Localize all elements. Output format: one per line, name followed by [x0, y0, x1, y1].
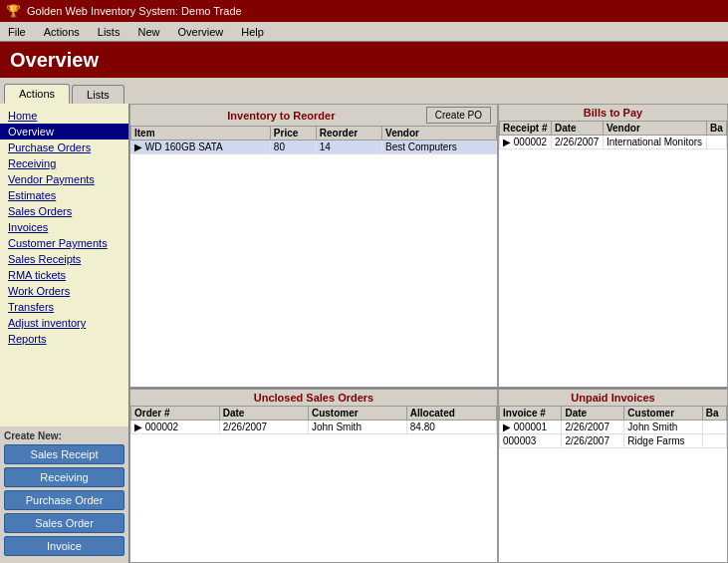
inventory-row-vendor: Best Computers: [382, 141, 497, 154]
nav-invoices[interactable]: Invoices: [0, 219, 128, 235]
bills-row-receipt: ▶ 000002: [500, 136, 552, 149]
create-new-section: Create New: Sales Receipt Receiving Purc…: [0, 426, 128, 563]
app-icon: 🏆: [6, 4, 21, 18]
create-po-button[interactable]: Create PO: [426, 107, 491, 124]
nav-reports[interactable]: Reports: [0, 331, 128, 347]
inv-row-ba-2: [702, 434, 726, 448]
inv-col-date: Date: [562, 407, 624, 421]
nav-home[interactable]: Home: [0, 108, 128, 124]
sales-orders-panel: Unclosed Sales Orders Order # Date Custo…: [129, 389, 498, 563]
bills-table: Receipt # Date Vendor Ba ▶ 000002 2/26/2…: [499, 121, 727, 149]
inv-row-customer-2: Ridge Farms: [624, 434, 702, 448]
unpaid-invoices-panel-header: Unpaid Invoices: [499, 390, 727, 406]
bills-panel-title: Bills to Pay: [505, 107, 721, 119]
nav-rma-tickets[interactable]: RMA tickets: [0, 267, 128, 283]
create-sales-order-button[interactable]: Sales Order: [4, 513, 124, 533]
unpaid-invoices-table: Invoice # Date Customer Ba ▶ 000001 2/26…: [499, 406, 727, 448]
so-col-order: Order #: [131, 407, 220, 421]
so-row-allocated: 84.80: [406, 421, 496, 434]
table-row[interactable]: ▶ 000002 2/26/2007 John Smith 84.80: [131, 421, 497, 434]
bottom-panels: Unclosed Sales Orders Order # Date Custo…: [129, 389, 728, 563]
row-arrow: ▶ WD 160GB SATA: [131, 141, 271, 154]
menu-actions[interactable]: Actions: [40, 25, 84, 39]
bills-row-date: 2/26/2007: [551, 136, 603, 149]
menu-lists[interactable]: Lists: [94, 25, 124, 39]
tab-actions[interactable]: Actions: [4, 84, 70, 104]
inventory-col-vendor: Vendor: [382, 127, 497, 141]
nav-work-orders[interactable]: Work Orders: [0, 283, 128, 299]
bills-row-ba: [707, 136, 727, 149]
inventory-row-reorder: 14: [316, 141, 381, 154]
nav-transfers[interactable]: Transfers: [0, 299, 128, 315]
inv-col-customer: Customer: [624, 407, 702, 421]
create-invoice-button[interactable]: Invoice: [4, 536, 124, 556]
table-row[interactable]: ▶ WD 160GB SATA 80 14 Best Computers: [131, 141, 497, 154]
app-title: Golden Web Inventory System: Demo Trade: [27, 5, 242, 17]
create-sales-receipt-button[interactable]: Sales Receipt: [4, 444, 124, 464]
unpaid-invoices-panel-title: Unpaid Invoices: [505, 392, 721, 404]
page-title-bar: Overview: [0, 42, 728, 78]
menu-new[interactable]: New: [133, 25, 163, 39]
inventory-col-price: Price: [270, 127, 316, 141]
inventory-col-item: Item: [131, 127, 271, 141]
page-title: Overview: [10, 49, 99, 72]
bills-panel: Bills to Pay Receipt # Date Vendor Ba ▶: [498, 104, 728, 388]
inventory-panel: Inventory to Reorder Create PO Item Pric…: [129, 104, 498, 388]
inventory-panel-title: Inventory to Reorder: [136, 110, 426, 122]
menu-help[interactable]: Help: [237, 25, 268, 39]
bills-col-receipt: Receipt #: [500, 122, 552, 136]
bills-col-date: Date: [551, 122, 603, 136]
tab-bar: Actions Lists: [0, 78, 728, 104]
table-row[interactable]: ▶ 000002 2/26/2007 International Monitor…: [500, 136, 727, 149]
inv-row-customer-1: John Smith: [624, 421, 702, 434]
inv-row-invoice-2: 000003: [500, 434, 562, 448]
inv-col-invoice: Invoice #: [500, 407, 562, 421]
nav-customer-payments[interactable]: Customer Payments: [0, 235, 128, 251]
sidebar-nav: Home Overview Purchase Orders Receiving …: [0, 104, 128, 426]
bills-col-ba: Ba: [707, 122, 727, 136]
create-new-label: Create New:: [4, 430, 124, 441]
bills-panel-header: Bills to Pay: [499, 105, 727, 121]
content-area: Inventory to Reorder Create PO Item Pric…: [129, 104, 728, 563]
so-col-allocated: Allocated: [406, 407, 496, 421]
menu-bar: File Actions Lists New Overview Help: [0, 22, 728, 42]
nav-sales-orders[interactable]: Sales Orders: [0, 203, 128, 219]
create-receiving-button[interactable]: Receiving: [4, 467, 124, 487]
inv-col-ba: Ba: [702, 407, 726, 421]
top-panels: Inventory to Reorder Create PO Item Pric…: [129, 104, 728, 389]
inv-row-date-2: 2/26/2007: [562, 434, 624, 448]
bills-col-vendor: Vendor: [603, 122, 706, 136]
so-row-order: ▶ 000002: [131, 421, 220, 434]
table-row[interactable]: 000003 2/26/2007 Ridge Farms: [500, 434, 727, 448]
nav-vendor-payments[interactable]: Vendor Payments: [0, 171, 128, 187]
unpaid-invoices-panel: Unpaid Invoices Invoice # Date Customer …: [498, 389, 728, 563]
menu-overview[interactable]: Overview: [173, 25, 227, 39]
sales-orders-panel-header: Unclosed Sales Orders: [130, 390, 497, 406]
main-layout: Home Overview Purchase Orders Receiving …: [0, 104, 728, 563]
bills-row-vendor: International Monitors: [603, 136, 706, 149]
nav-overview[interactable]: Overview: [0, 124, 128, 140]
table-row[interactable]: ▶ 000001 2/26/2007 John Smith: [500, 421, 727, 434]
nav-purchase-orders[interactable]: Purchase Orders: [0, 140, 128, 155]
nav-sales-receipts[interactable]: Sales Receipts: [0, 251, 128, 267]
menu-file[interactable]: File: [4, 25, 30, 39]
nav-adjust-inventory[interactable]: Adjust inventory: [0, 315, 128, 331]
nav-estimates[interactable]: Estimates: [0, 187, 128, 203]
sales-orders-panel-title: Unclosed Sales Orders: [136, 392, 491, 404]
tab-lists[interactable]: Lists: [72, 85, 124, 104]
sidebar: Home Overview Purchase Orders Receiving …: [0, 104, 129, 563]
so-row-customer: John Smith: [308, 421, 406, 434]
inventory-col-reorder: Reorder: [316, 127, 381, 141]
inv-row-date-1: 2/26/2007: [562, 421, 624, 434]
inventory-row-price: 80: [270, 141, 316, 154]
sales-orders-table: Order # Date Customer Allocated ▶ 000002…: [130, 406, 497, 434]
inventory-table: Item Price Reorder Vendor ▶ WD 160GB SAT…: [130, 126, 497, 154]
create-purchase-order-button[interactable]: Purchase Order: [4, 490, 124, 510]
nav-receiving[interactable]: Receiving: [0, 155, 128, 171]
inventory-panel-header: Inventory to Reorder Create PO: [130, 105, 497, 126]
inv-row-ba-1: [702, 421, 726, 434]
inv-row-invoice-1: ▶ 000001: [500, 421, 562, 434]
so-row-date: 2/26/2007: [219, 421, 308, 434]
title-bar: 🏆 Golden Web Inventory System: Demo Trad…: [0, 0, 728, 22]
so-col-customer: Customer: [308, 407, 406, 421]
